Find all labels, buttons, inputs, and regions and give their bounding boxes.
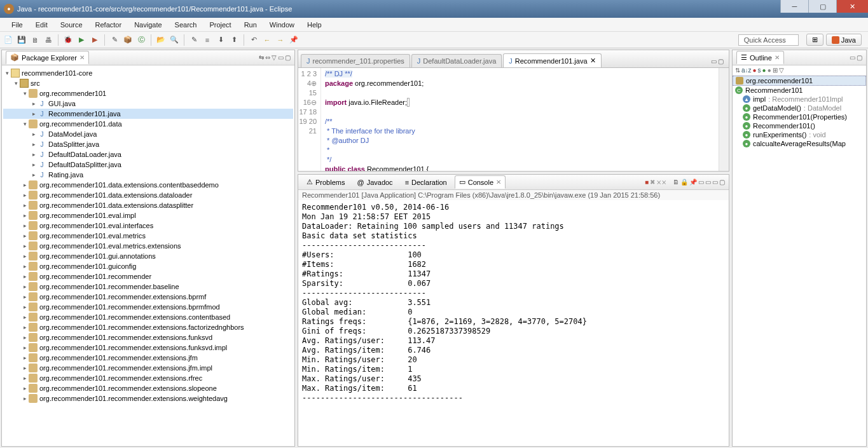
outline-tree[interactable]: org.recommender101CRecommender101▲impl :… (733, 76, 866, 446)
new-pkg-icon[interactable]: 📦 (122, 34, 134, 46)
run-icon[interactable]: ▶ (76, 34, 87, 46)
prev-annotation-icon[interactable]: ⬆ (228, 34, 240, 46)
open-perspective-button[interactable]: ⊞ (806, 34, 823, 46)
maximize-view-icon[interactable]: ▢ (285, 54, 291, 61)
outline-item[interactable]: org.recommender101 (733, 76, 866, 86)
tree-item[interactable]: ▸org.recommender101.guiconfig (3, 261, 293, 271)
menu-source[interactable]: Source (54, 19, 89, 31)
hide-nonpublic-icon[interactable]: ● (762, 67, 766, 74)
tree-item[interactable]: ▸org.recommender101.data.extensions.data… (3, 200, 293, 210)
open-console-icon[interactable]: ▭ (705, 179, 711, 186)
editor-tab[interactable]: JRecommender101.java ✕ (503, 53, 601, 67)
tree-item[interactable]: ▸org.recommender101.recommender.extensio… (3, 353, 293, 363)
minimize-button[interactable]: ─ (780, 0, 808, 13)
maximize-console-icon[interactable]: ▢ (719, 179, 725, 186)
tree-item[interactable]: ▸JDataSplitter.java (3, 139, 293, 149)
hide-static-icon[interactable]: s (758, 67, 761, 74)
java-perspective-button[interactable]: Java (826, 34, 862, 46)
outline-item[interactable]: ●Recommender101(Properties) (733, 112, 866, 121)
minimize-console-icon[interactable]: ▭ (712, 179, 718, 186)
menu-project[interactable]: Project (203, 19, 237, 31)
link-editor-icon[interactable]: ⇔ (265, 54, 270, 61)
save-icon[interactable]: 💾 (16, 34, 27, 46)
new-icon[interactable]: 📄 (3, 34, 14, 46)
hide-fields-icon[interactable]: ● (753, 67, 757, 74)
bottom-tab-javadoc[interactable]: @Javadoc (352, 176, 397, 189)
outline-item[interactable]: CRecommender101 (733, 86, 866, 95)
last-edit-icon[interactable]: ↶ (248, 34, 259, 46)
menu-search[interactable]: Search (169, 19, 203, 31)
menu-edit[interactable]: Edit (29, 19, 54, 31)
close-icon[interactable]: ✕ (590, 57, 596, 65)
package-tree[interactable]: ▾recommender101-core▾src▾org.recommender… (2, 65, 294, 446)
collapse-all-icon[interactable]: ⇆ (259, 54, 264, 61)
view-menu-icon[interactable]: ▽ (779, 67, 784, 74)
tree-item[interactable]: ▸org.recommender101.recommender.extensio… (3, 383, 293, 393)
next-annotation-icon[interactable]: ⬇ (215, 34, 226, 46)
quick-access-input[interactable]: Quick Access (738, 34, 799, 46)
tree-item[interactable]: ▸org.recommender101.recommender (3, 271, 293, 282)
debug-icon[interactable]: 🐞 (62, 34, 74, 46)
menu-file[interactable]: File (5, 19, 29, 31)
package-explorer-tab[interactable]: 📦 Package Explorer ✕ (6, 51, 89, 64)
tree-item[interactable]: ▸JDefaultDataSplitter.java (3, 160, 293, 170)
tree-item[interactable]: ▾org.recommender101 (3, 88, 293, 98)
pin-icon[interactable]: 📌 (288, 34, 300, 46)
tree-item[interactable]: ▸org.recommender101.recommender.baseline (3, 282, 293, 292)
tree-item[interactable]: ▸org.recommender101.recommender.extensio… (3, 363, 293, 373)
bottom-tab-declaration[interactable]: ≡Declaration (401, 176, 451, 189)
forward-icon[interactable]: → (275, 34, 286, 46)
outline-item[interactable]: ●getDataModel() : DataModel (733, 104, 866, 112)
tree-item[interactable]: ▸JRecommender101.java (3, 109, 293, 119)
menu-run[interactable]: Run (238, 19, 263, 31)
remove-launch-icon[interactable]: ✖ (650, 179, 655, 186)
editor-tab[interactable]: JDefaultDataLoader.java (411, 54, 502, 67)
tree-item[interactable]: ▾recommender101-core (3, 68, 293, 78)
focus-icon[interactable]: ⊞ (773, 67, 778, 74)
terminate-icon[interactable]: ■ (645, 179, 649, 186)
tree-item[interactable]: ▸org.recommender101.recommender.extensio… (3, 312, 293, 322)
clear-console-icon[interactable]: 🗎 (673, 179, 679, 186)
tree-item[interactable]: ▸JRating.java (3, 170, 293, 180)
tree-item[interactable]: ▸org.recommender101.data.extensions.data… (3, 190, 293, 200)
menu-window[interactable]: Window (263, 19, 301, 31)
maximize-button[interactable]: ▢ (808, 0, 836, 13)
remove-all-icon[interactable]: ⨯⨯ (656, 179, 666, 186)
maximize-outline-icon[interactable]: ▢ (857, 54, 862, 61)
tree-item[interactable]: ▸org.recommender101.recommender.extensio… (3, 393, 293, 404)
menu-navigate[interactable]: Navigate (128, 19, 168, 31)
tree-item[interactable]: ▸org.recommender101.recommender.extensio… (3, 373, 293, 383)
tree-item[interactable]: ▸org.recommender101.recommender.extensio… (3, 332, 293, 343)
scroll-lock-icon[interactable]: 🔒 (680, 179, 688, 186)
console-output[interactable]: Recommender101 v0.50, 2014-06-16 Mon Jan… (298, 200, 729, 405)
outline-item[interactable]: ●Recommender101() (733, 121, 866, 130)
tree-item[interactable]: ▸org.recommender101.recommender.extensio… (3, 322, 293, 332)
tree-item[interactable]: ▸org.recommender101.recommender.extensio… (3, 292, 293, 302)
tree-item[interactable]: ▸org.recommender101.recommender.extensio… (3, 302, 293, 312)
close-icon[interactable]: ✕ (496, 179, 501, 186)
close-icon[interactable]: ✕ (79, 54, 85, 61)
editor-tab[interactable]: Jrecommender_101.properties (301, 54, 410, 67)
code-editor[interactable]: 1 2 3 4⊕ 15 16⊖ 17 18 19 20 21 /** DJ **… (298, 68, 729, 171)
search-icon[interactable]: 🔍 (169, 34, 180, 46)
toggle-mark-icon[interactable]: ✎ (188, 34, 200, 46)
minimize-outline-icon[interactable]: ▭ (850, 54, 855, 61)
view-menu-icon[interactable]: ▽ (272, 54, 277, 61)
minimize-view-icon[interactable]: ▭ (278, 54, 284, 61)
tree-item[interactable]: ▸org.recommender101.eval.interfaces (3, 221, 293, 231)
save-all-icon[interactable]: 🗎 (29, 34, 41, 46)
pin-console-icon[interactable]: 📌 (689, 179, 697, 186)
menu-help[interactable]: Help (301, 19, 328, 31)
minimize-editor-icon[interactable]: ▭ (711, 58, 717, 65)
outline-tab[interactable]: ☰ Outline ✕ (736, 51, 784, 64)
close-icon[interactable]: ✕ (775, 54, 780, 61)
hide-local-icon[interactable]: ● (768, 67, 771, 74)
menu-refactor[interactable]: Refactor (89, 19, 128, 31)
maximize-editor-icon[interactable]: ▢ (718, 58, 724, 65)
tree-item[interactable]: ▸JGUI.java (3, 98, 293, 109)
open-type-icon[interactable]: 📂 (155, 34, 167, 46)
tree-item[interactable]: ▸org.recommender101.recommender.extensio… (3, 343, 293, 353)
tree-item[interactable]: ▸org.recommender101.eval.metrics.extensi… (3, 241, 293, 251)
sort-icon[interactable]: ⇅ (735, 67, 740, 74)
new-class-icon[interactable]: Ⓒ (135, 34, 147, 46)
